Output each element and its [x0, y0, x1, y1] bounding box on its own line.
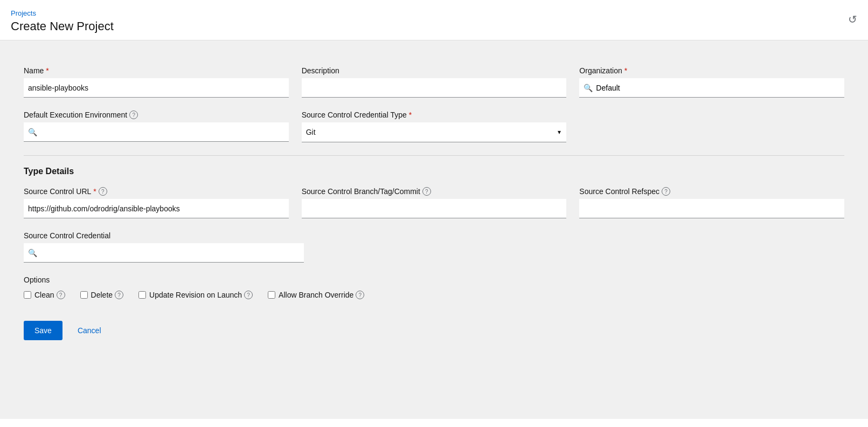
option-clean-group: Clean ?	[24, 291, 65, 299]
option-delete-group: Delete ?	[80, 291, 123, 299]
delete-help-icon[interactable]: ?	[115, 291, 123, 299]
form-card: Name * Description Organization * 🔍	[11, 53, 857, 353]
description-group: Description	[302, 66, 567, 98]
row-scm-url: Source Control URL * ? Source Control Br…	[24, 187, 844, 218]
scm-url-label: Source Control URL * ?	[24, 187, 289, 196]
name-input[interactable]	[24, 78, 289, 98]
scm-branch-input[interactable]	[302, 199, 567, 218]
option-allow-branch-group: Allow Branch Override ?	[268, 291, 364, 299]
delete-checkbox[interactable]	[80, 291, 88, 299]
save-button[interactable]: Save	[24, 321, 63, 340]
options-label: Options	[24, 276, 844, 284]
exec-env-search-wrapper[interactable]: 🔍	[24, 122, 289, 142]
exec-env-help-icon[interactable]: ?	[129, 111, 138, 119]
page-title: Create New Project	[11, 19, 114, 33]
name-group: Name *	[24, 66, 289, 98]
actions-row: Save Cancel	[24, 321, 844, 340]
scm-url-input[interactable]	[24, 199, 289, 218]
scm-refspec-label: Source Control Refspec ?	[579, 187, 844, 196]
clean-label[interactable]: Clean ?	[34, 291, 65, 299]
clean-help-icon[interactable]: ?	[57, 291, 65, 299]
scm-type-required-star: *	[409, 111, 412, 119]
exec-env-group: Default Execution Environment ? 🔍	[24, 111, 289, 142]
clean-checkbox[interactable]	[24, 291, 31, 299]
exec-env-search-icon: 🔍	[28, 128, 37, 136]
update-revision-checkbox[interactable]	[138, 291, 146, 299]
scm-refspec-help-icon[interactable]: ?	[662, 187, 670, 196]
organization-required-star: *	[624, 66, 627, 75]
scm-branch-label: Source Control Branch/Tag/Commit ?	[302, 187, 567, 196]
option-update-revision-group: Update Revision on Launch ?	[138, 291, 253, 299]
update-revision-help-icon[interactable]: ?	[244, 291, 253, 299]
scm-branch-help-icon[interactable]: ?	[422, 187, 431, 196]
options-section: Options Clean ? Delete ?	[24, 276, 844, 299]
scm-type-group: Source Control Credential Type * Git Man…	[302, 111, 567, 142]
organization-input[interactable]	[596, 84, 840, 92]
history-icon[interactable]: ↺	[848, 13, 857, 26]
organization-label: Organization *	[579, 66, 844, 75]
allow-branch-help-icon[interactable]: ?	[356, 291, 364, 299]
scm-credential-group: Source Control Credential 🔍	[24, 231, 304, 263]
scm-url-group: Source Control URL * ?	[24, 187, 289, 218]
exec-env-label: Default Execution Environment ?	[24, 111, 289, 119]
name-label: Name *	[24, 66, 289, 75]
description-input[interactable]	[302, 78, 567, 98]
cancel-button[interactable]: Cancel	[71, 321, 108, 340]
breadcrumb[interactable]: Projects	[11, 9, 36, 17]
description-label: Description	[302, 66, 567, 75]
organization-search-icon: 🔍	[584, 84, 593, 92]
scm-url-help-icon[interactable]: ?	[99, 187, 107, 196]
scm-refspec-group: Source Control Refspec ?	[579, 187, 844, 218]
options-row: Clean ? Delete ? Update Revision on Laun…	[24, 291, 844, 299]
scm-credential-input[interactable]	[40, 249, 300, 257]
scm-credential-label: Source Control Credential	[24, 231, 304, 240]
section-divider	[24, 155, 844, 156]
organization-group: Organization * 🔍	[579, 66, 844, 98]
page-header: Projects Create New Project ↺	[0, 0, 868, 40]
scm-url-required-star: *	[93, 187, 96, 196]
scm-credential-search-wrapper[interactable]: 🔍	[24, 243, 304, 263]
scm-credential-search-icon: 🔍	[28, 249, 37, 257]
exec-env-input[interactable]	[40, 128, 284, 136]
row-scm-credential: Source Control Credential 🔍	[24, 231, 844, 263]
delete-label[interactable]: Delete ?	[91, 291, 123, 299]
scm-type-label: Source Control Credential Type *	[302, 111, 567, 119]
update-revision-label[interactable]: Update Revision on Launch ?	[149, 291, 253, 299]
type-details-title: Type Details	[24, 167, 844, 176]
row-basic-info: Name * Description Organization * 🔍	[24, 66, 844, 98]
content-area: Name * Description Organization * 🔍	[0, 40, 868, 419]
row-env-scm: Default Execution Environment ? 🔍 Source…	[24, 111, 844, 142]
scm-type-spacer	[579, 111, 844, 142]
scm-type-select[interactable]: Git Manual Subversion Insights Remote Ar…	[302, 122, 567, 142]
allow-branch-checkbox[interactable]	[268, 291, 275, 299]
organization-search-wrapper[interactable]: 🔍	[579, 78, 844, 98]
name-required-star: *	[46, 66, 48, 75]
allow-branch-label[interactable]: Allow Branch Override ?	[279, 291, 364, 299]
scm-refspec-input[interactable]	[579, 199, 844, 218]
scm-type-select-wrapper: Git Manual Subversion Insights Remote Ar…	[302, 122, 567, 142]
scm-branch-group: Source Control Branch/Tag/Commit ?	[302, 187, 567, 218]
